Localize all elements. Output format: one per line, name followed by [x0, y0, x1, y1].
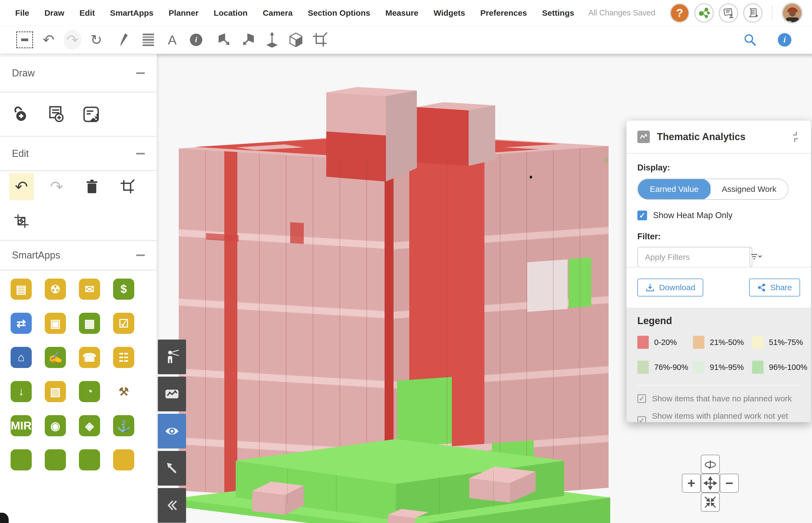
- menu-item[interactable]: Edit: [80, 8, 95, 18]
- collapse-strip-button[interactable]: [158, 488, 186, 523]
- smartapps-grid: ▤ ☢ ✉ $ ⇄ ▣: [0, 270, 157, 521]
- thematic-view-button[interactable]: [158, 377, 186, 411]
- menu-item[interactable]: Section Options: [308, 8, 370, 18]
- zoom-in-button[interactable]: +: [682, 474, 701, 493]
- object-info-tool[interactable]: i: [187, 31, 205, 49]
- marquee-select-tool[interactable]: [16, 31, 34, 49]
- app-logistics-shuffle[interactable]: ⇄: [11, 313, 32, 334]
- edit-delete-tool[interactable]: [80, 173, 104, 200]
- push-plane-back-tool[interactable]: [239, 31, 257, 49]
- view-cube-tool[interactable]: [287, 31, 305, 49]
- app-crane-docs[interactable]: ⚓: [113, 415, 134, 436]
- legend-option-checkbox[interactable]: ✓: [637, 416, 646, 422]
- dock-panel-icon[interactable]: [789, 131, 802, 143]
- legend-label: 0-20%: [654, 338, 677, 347]
- menu-item[interactable]: Preferences: [480, 8, 527, 18]
- app-unpack-requests[interactable]: ▣: [45, 313, 66, 334]
- rotate-view-tool[interactable]: ↻: [87, 31, 105, 49]
- crop-view-tool[interactable]: [311, 31, 329, 49]
- zoom-out-button[interactable]: −: [720, 474, 739, 493]
- feedback-button[interactable]: [719, 3, 738, 23]
- first-person-view-button[interactable]: [158, 340, 186, 374]
- draw-tools-row: [0, 92, 157, 137]
- help-button[interactable]: ?: [670, 3, 689, 23]
- legend-swatch: [637, 336, 649, 349]
- info-icon: i: [190, 34, 202, 46]
- user-avatar[interactable]: [782, 2, 803, 23]
- menu-item[interactable]: Planner: [169, 8, 198, 18]
- app-app-partial-4[interactable]: [113, 449, 134, 470]
- app-glyph: ⌂: [18, 351, 24, 364]
- menu-item[interactable]: File: [15, 8, 29, 18]
- redo-tool[interactable]: ↷: [64, 31, 81, 49]
- app-site-monitoring[interactable]: ◉: [45, 415, 66, 436]
- add-link-icon: [12, 106, 29, 123]
- text-label-tool[interactable]: A: [163, 31, 181, 49]
- menu-item[interactable]: Widgets: [434, 8, 465, 18]
- app-inspection-checklist[interactable]: ✍: [45, 347, 66, 368]
- pan-button[interactable]: [701, 474, 720, 493]
- plane-arrow-right-icon: [217, 32, 232, 48]
- heatmap-checkbox[interactable]: ✓: [637, 211, 647, 220]
- add-link-tool[interactable]: [12, 106, 29, 123]
- add-note-icon: [47, 106, 65, 123]
- menu-item[interactable]: Settings: [542, 8, 574, 18]
- menu-item[interactable]: Camera: [263, 8, 293, 18]
- draw-pin-tool[interactable]: [116, 31, 134, 49]
- section-stack-tool[interactable]: [139, 31, 157, 49]
- app-app-partial-2[interactable]: [45, 449, 66, 470]
- filter-input[interactable]: [638, 248, 749, 267]
- app-claims-payments[interactable]: $: [113, 278, 134, 300]
- select-arrow-button[interactable]: [158, 451, 186, 486]
- visibility-button[interactable]: [158, 414, 186, 449]
- toggle-assigned-work[interactable]: Assigned Work: [711, 179, 788, 199]
- app-building-estimator[interactable]: ⌂: [11, 347, 32, 368]
- app-model-viewer[interactable]: ◈: [79, 415, 100, 436]
- menu-item[interactable]: Draw: [45, 8, 64, 18]
- app-message-approvals[interactable]: ✉: [79, 278, 100, 300]
- app-secure-documents[interactable]: ▧: [45, 381, 66, 402]
- undo-tool[interactable]: ↶: [39, 31, 57, 49]
- edit-section-header[interactable]: Edit: [0, 137, 157, 171]
- legend-option-checkbox[interactable]: ✓: [637, 394, 646, 403]
- menu-item[interactable]: SmartApps: [110, 8, 154, 18]
- app-accident-report[interactable]: ▤: [11, 278, 32, 300]
- add-markup-tool[interactable]: [83, 106, 100, 123]
- filter-dropdown-button[interactable]: [749, 248, 762, 267]
- draw-section-header[interactable]: Draw: [0, 54, 157, 92]
- download-button[interactable]: Download: [637, 278, 703, 296]
- app-front-desk[interactable]: ☷: [113, 347, 134, 368]
- share-button[interactable]: Share: [749, 278, 800, 296]
- collapse-minus-icon[interactable]: [136, 254, 145, 256]
- app-building-directory[interactable]: ▦: [79, 313, 100, 334]
- adjust-elevation-tool[interactable]: [263, 31, 281, 49]
- zoom-extents-button[interactable]: [701, 493, 720, 511]
- app-field-tools[interactable]: ⚒: [113, 381, 134, 402]
- collapse-minus-icon[interactable]: [136, 153, 145, 155]
- information-button[interactable]: i: [776, 31, 794, 49]
- app-app-partial-3[interactable]: [79, 449, 100, 470]
- app-app-partial-1[interactable]: [11, 449, 32, 470]
- edit-crop-tool[interactable]: [115, 173, 139, 200]
- collapse-minus-icon[interactable]: [136, 72, 145, 74]
- edit-undo-tool[interactable]: ↶: [9, 173, 34, 200]
- menu-item[interactable]: Location: [214, 8, 248, 18]
- app-delivery-schedule[interactable]: ◔: [79, 381, 100, 402]
- edit-redo-tool[interactable]: ↷: [45, 173, 69, 200]
- add-notes-button[interactable]: [743, 3, 763, 23]
- menu-item[interactable]: Measure: [385, 8, 418, 18]
- app-glyph: ⚓: [117, 419, 131, 432]
- app-mir-search[interactable]: MIR: [11, 415, 32, 436]
- app-material-unloading[interactable]: ↓: [11, 381, 32, 402]
- orbit-button[interactable]: [701, 455, 720, 474]
- push-plane-forward-tool[interactable]: [215, 31, 233, 49]
- search-button[interactable]: [741, 31, 759, 49]
- app-risk-analysis[interactable]: ☢: [45, 278, 66, 300]
- smartapps-section-header[interactable]: SmartApps: [0, 241, 157, 270]
- share-model-button[interactable]: [694, 3, 714, 23]
- add-note-tool[interactable]: [47, 106, 65, 123]
- edit-crop-link-tool[interactable]: [9, 207, 34, 234]
- app-call-requests[interactable]: ☎: [79, 347, 100, 368]
- app-team-approvals[interactable]: ☑: [113, 313, 134, 334]
- toggle-earned-value[interactable]: Earned Value: [637, 179, 711, 200]
